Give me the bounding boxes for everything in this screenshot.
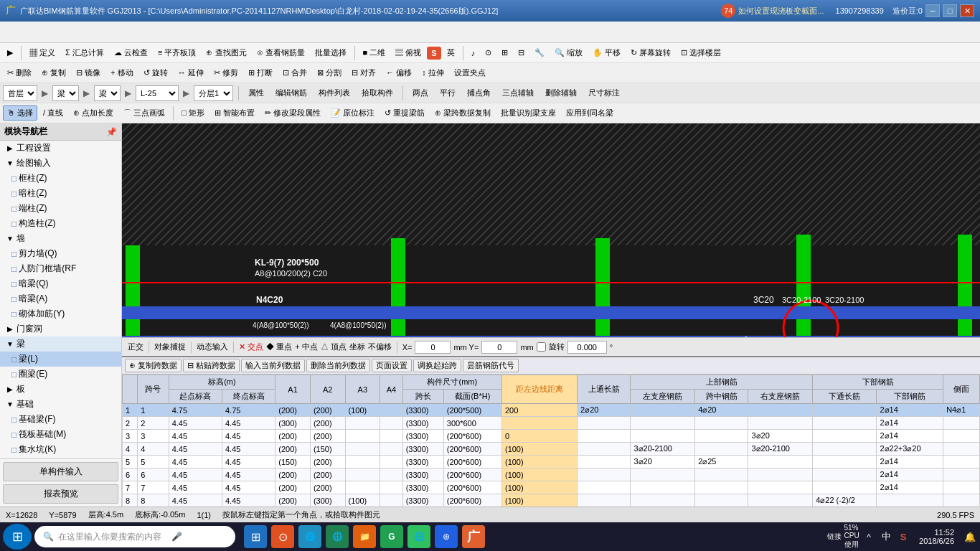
layer-select[interactable]: 分层1 [194, 85, 233, 101]
table-row-bot-through[interactable] [813, 443, 877, 456]
merge-btn[interactable]: ⊡ 合并 [278, 65, 311, 80]
table-row-a3[interactable] [345, 481, 380, 494]
sidebar-item-end-col[interactable]: □ 端柱(Z) [0, 201, 121, 216]
input-col-data-btn[interactable]: 输入当前列数据 [241, 359, 305, 372]
x-input[interactable] [415, 341, 451, 354]
table-row-left-support[interactable]: 3⌀20 [631, 456, 695, 468]
table-row-end-elev[interactable]: 4.45 [222, 468, 275, 481]
table-row-a2[interactable]: (200) [310, 481, 345, 494]
table-row-top-through[interactable] [578, 481, 631, 494]
sidebar-item-rf-wall[interactable]: □ 人防门框墙(RF [0, 261, 121, 276]
three-point-axis-btn[interactable]: 三点辅轴 [498, 85, 538, 100]
taskbar-icon-2[interactable]: ⊙ [271, 525, 294, 548]
table-row-bot-through[interactable]: 4⌀22 (-2)/2 [813, 494, 877, 507]
page-setup-btn[interactable]: 页面设置 [372, 359, 412, 372]
floor-select[interactable]: 首层 [3, 85, 37, 101]
table-row-span-len[interactable]: (3300) [402, 494, 443, 507]
offset-btn[interactable]: ← 偏移 [382, 65, 416, 80]
table-row-bot-through[interactable] [813, 456, 877, 468]
table-row-bot-rebar[interactable] [877, 494, 943, 507]
table-row-a3[interactable] [345, 417, 380, 430]
table-row-right-support[interactable]: 3⌀20 [748, 430, 813, 443]
table-row-top-through[interactable] [578, 430, 631, 443]
notif-text[interactable]: 如何设置现浇板变截面... [738, 6, 824, 17]
table-row-left-support[interactable] [631, 417, 695, 430]
copy-span-data-btn[interactable]: ⊕ 复制跨数据 [125, 359, 182, 372]
single-component-btn[interactable]: 单构件输入 [3, 462, 118, 481]
y-input[interactable] [481, 341, 517, 354]
set-grip-btn[interactable]: 设置夹点 [450, 65, 490, 80]
sidebar-pin-icon[interactable]: 📌 [106, 127, 117, 137]
s-btn[interactable]: S [427, 47, 440, 60]
table-row-a3[interactable]: (100) [345, 494, 380, 507]
start-button[interactable]: ⊞ [3, 524, 32, 550]
table-row-start-elev[interactable]: 4.45 [169, 481, 222, 494]
table-row-a3[interactable] [345, 468, 380, 481]
extend-btn[interactable]: ↔ 延伸 [174, 65, 208, 80]
table-row-top-through[interactable] [578, 456, 631, 468]
table-row-a4[interactable] [380, 481, 403, 494]
table-row-section[interactable]: 300*600 [443, 417, 501, 430]
table-row-mid-rebar[interactable] [695, 443, 748, 456]
copy-span-btn[interactable]: ⊕ 梁跨数据复制 [430, 105, 495, 121]
cam-btn[interactable]: ⊙ [481, 46, 496, 60]
eng-btn[interactable]: 英 [443, 45, 459, 60]
minus-btn[interactable]: ⊟ [514, 46, 529, 60]
close-button[interactable]: ✕ [960, 4, 974, 17]
table-row-span[interactable]: 5 [138, 456, 169, 468]
table-row-a2[interactable]: (300) [310, 494, 345, 507]
table-row-a3[interactable]: (100) [345, 404, 380, 417]
tray-cpu[interactable]: 51%CPU使用 [844, 529, 859, 544]
table-row-mid-rebar[interactable] [695, 494, 748, 507]
table-row-mid-rebar[interactable]: 2⌀25 [695, 456, 748, 468]
table-row-a2[interactable]: (150) [310, 443, 345, 456]
sidebar-item-slab[interactable]: ▶ 板 [0, 382, 121, 397]
sidebar-item-dark-beam-q[interactable]: □ 暗梁(Q) [0, 276, 121, 291]
snap-angle-btn[interactable]: 捕点角 [463, 85, 495, 100]
move-btn[interactable]: + 移动 [106, 65, 137, 80]
canvas-view[interactable]: KL-9(7) 200*500 A8@100/200(2) C20 N4C20 … [122, 123, 980, 337]
table-row-right-support[interactable] [748, 494, 813, 507]
pick-component-btn[interactable]: 拾取构件 [357, 85, 397, 100]
cloud-check-btn[interactable]: ☁ 云检查 [110, 45, 152, 60]
tray-arrow[interactable]: ^ [862, 529, 876, 544]
table-row-left-support[interactable] [631, 494, 695, 507]
table-row-a2[interactable]: (200) [310, 468, 345, 481]
table-row-span-len[interactable]: (3300) [402, 430, 443, 443]
table-row-section[interactable]: (200*500) [443, 404, 501, 417]
sidebar-item-pit[interactable]: □ 集水坑(K) [0, 442, 121, 457]
zoom-btn[interactable]: 🔍 缩放 [550, 45, 587, 60]
taskbar-icon-6[interactable]: G [380, 525, 403, 548]
taskbar-icon-8[interactable]: ⊕ [435, 525, 458, 548]
table-row-span-len[interactable]: (3300) [402, 456, 443, 468]
table-row-left-support[interactable]: 3⌀20-2100 [631, 443, 695, 456]
table-row-span-len[interactable]: (3300) [402, 417, 443, 430]
table-row-end-elev[interactable]: 4.75 [222, 404, 275, 417]
table-row-start-elev[interactable]: 4.45 [169, 456, 222, 468]
break-btn[interactable]: ⊞ 打断 [244, 65, 277, 80]
table-row-dist[interactable]: 200 [501, 404, 577, 417]
taskbar-icon-1[interactable]: ⊞ [244, 525, 267, 548]
taskbar-icon-4[interactable]: 🌐 [326, 525, 349, 548]
table-row-a3[interactable] [345, 456, 380, 468]
element-type-select[interactable]: 梁 [52, 85, 79, 101]
stretch-btn[interactable]: ↕ 拉伸 [418, 65, 448, 80]
table-row-start-elev[interactable]: 4.45 [169, 443, 222, 456]
2d-btn[interactable]: ■ 二维 [359, 45, 390, 60]
table-row-side[interactable] [943, 430, 980, 443]
table-row-side[interactable] [943, 494, 980, 507]
minimize-button[interactable]: ─ [925, 4, 940, 17]
parallel-btn[interactable]: 平行 [435, 85, 460, 100]
table-row-a4[interactable] [380, 494, 403, 507]
sidebar-item-shear-wall[interactable]: □ 剪力墙(Q) [0, 246, 121, 261]
table-scroll[interactable]: 跨号 标高(m) A1 A2 A3 A4 构件尺寸(mm) 距左边线距离 上通长… [122, 375, 980, 507]
rotate-screen-btn[interactable]: ↻ 屏幕旋转 [626, 45, 675, 60]
define-btn[interactable]: ▦ 定义 [25, 45, 60, 60]
tools-btn[interactable]: 🔧 [530, 46, 549, 60]
table-row-end-elev[interactable]: 4.45 [222, 456, 275, 468]
two-point-btn[interactable]: 两点 [408, 85, 433, 100]
sidebar-item-draw-input[interactable]: ▼ 绘图输入 [0, 156, 121, 171]
sidebar-item-frame-col[interactable]: □ 框柱(Z) [0, 171, 121, 186]
pan-btn[interactable]: ✋ 平移 [588, 45, 625, 60]
table-row-mid-rebar[interactable]: 4⌀20 [695, 404, 748, 417]
